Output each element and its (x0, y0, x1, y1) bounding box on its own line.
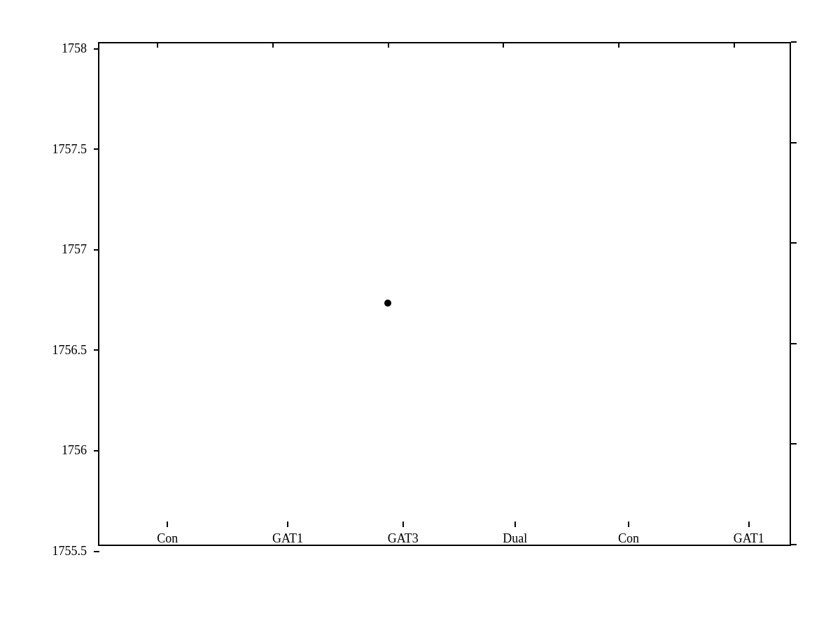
plot-area: 1755.517561756.517571757.51758ConGAT1GAT… (98, 42, 791, 546)
x-tick-top (157, 42, 158, 48)
x-tick-top-line (618, 42, 620, 48)
x-tick-top-line (503, 42, 504, 48)
y-tick-right-line (791, 142, 797, 144)
y-tick-label: 1756 (62, 443, 87, 458)
y-tick-label: 1755.5 (52, 544, 88, 559)
x-tick-line (402, 522, 404, 527)
y-tick-line (94, 349, 99, 351)
x-tick-bottom: GAT1 (734, 522, 764, 546)
y-tick-right (791, 443, 797, 444)
y-tick-right (791, 544, 797, 545)
x-tick-label: GAT1 (272, 531, 303, 546)
x-tick-line (287, 522, 288, 527)
x-tick-line (514, 522, 516, 527)
x-tick-top (618, 42, 620, 48)
y-tick-right (791, 242, 797, 244)
y-tick-line (94, 48, 99, 50)
x-tick-bottom: Con (157, 522, 178, 546)
y-tick-right (791, 142, 797, 144)
y-tick-label: 1757 (62, 242, 87, 257)
chart-wrapper: 1755.517561756.517571757.51758ConGAT1GAT… (35, 28, 805, 602)
x-tick-line (628, 522, 629, 527)
x-tick-top (388, 42, 389, 48)
y-tick-right (791, 343, 797, 344)
y-tick-line (94, 148, 99, 150)
y-tick-label: 1757.5 (52, 142, 88, 157)
x-tick-line (167, 522, 168, 527)
x-tick-label: GAT1 (734, 531, 764, 546)
y-tick-right-line (791, 343, 797, 344)
x-tick-top (272, 42, 274, 48)
y-tick-line (94, 450, 99, 451)
y-tick-left: 1755.5 (52, 544, 100, 559)
y-tick-line (94, 249, 99, 251)
y-tick-right-line (791, 443, 797, 444)
y-tick-right-line (791, 242, 797, 244)
y-tick-label: 1758 (62, 41, 87, 56)
x-tick-top-line (388, 42, 389, 48)
y-tick-right-line (791, 41, 797, 43)
data-point (384, 300, 391, 307)
x-tick-top-line (734, 42, 735, 48)
x-tick-label: Dual (503, 531, 527, 546)
y-tick-left: 1757 (62, 242, 99, 257)
x-tick-top (734, 42, 735, 48)
chart-container: 1755.517561756.517571757.51758ConGAT1GAT… (0, 0, 840, 630)
x-tick-label: GAT3 (388, 531, 419, 546)
y-tick-right-line (791, 544, 797, 545)
y-tick-left: 1756 (62, 443, 99, 458)
x-tick-line (748, 522, 750, 527)
y-tick-left: 1756.5 (52, 343, 100, 358)
x-tick-top (503, 42, 504, 48)
y-tick-line (94, 551, 99, 552)
x-tick-top-line (157, 42, 158, 48)
x-tick-label: Con (618, 531, 639, 546)
x-tick-bottom: GAT3 (388, 522, 419, 546)
x-tick-bottom: Dual (503, 522, 527, 546)
y-tick-label: 1756.5 (52, 343, 88, 358)
x-tick-label: Con (157, 531, 178, 546)
x-tick-bottom: Con (618, 522, 639, 546)
x-tick-bottom: GAT1 (272, 522, 303, 546)
y-tick-left: 1757.5 (52, 142, 100, 157)
y-tick-right (791, 41, 797, 43)
y-tick-left: 1758 (62, 41, 99, 56)
x-tick-top-line (272, 42, 274, 48)
